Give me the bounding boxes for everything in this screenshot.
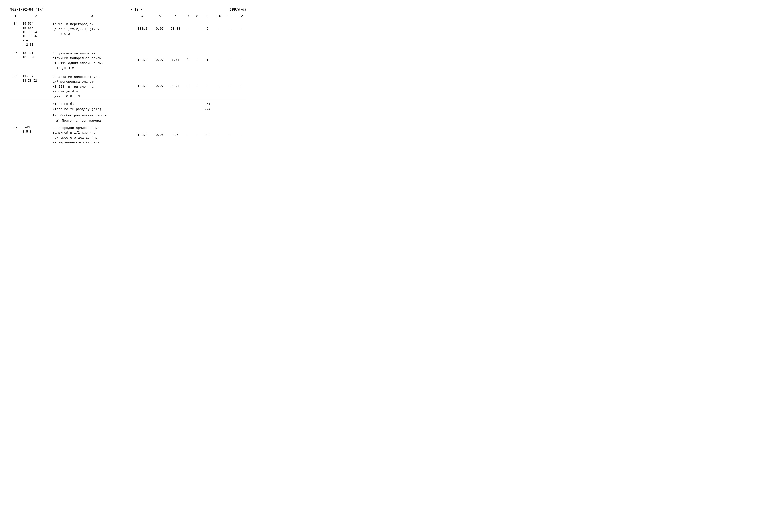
- subtotal-total-col7: [183, 106, 193, 112]
- row-87-col5: 0,06: [152, 123, 167, 146]
- col-header-12: I2: [235, 13, 246, 19]
- page-center: - I9 -: [44, 8, 229, 12]
- column-headers: I 2 3 4 5 6 7 8 9 IO II I2: [10, 13, 246, 19]
- subsection-empty2: [21, 118, 51, 123]
- row-84-col12: -: [235, 19, 246, 48]
- row-86-col5: 0,07: [152, 72, 167, 100]
- subtotal-b-col8: [193, 101, 201, 106]
- table-row: 85 I3-I2I I3.I5-6 Огрунтовка металлокон-…: [10, 48, 246, 72]
- subtotal-total-col10: [214, 106, 225, 112]
- subtotal-b-col12: [235, 101, 246, 106]
- row-85-col8: -: [193, 48, 201, 72]
- col-header-8: 8: [193, 13, 201, 19]
- row-84-col4: I00м2: [133, 19, 152, 48]
- page-id: 902-I-92-84 (IX): [10, 8, 44, 12]
- row-84-col6: 23,38: [167, 19, 183, 48]
- row-84-col10: -: [214, 19, 225, 48]
- subtotal-total-col8: [193, 106, 201, 112]
- row-84-col8: -: [193, 19, 201, 48]
- row-84-col7: -: [183, 19, 193, 48]
- row-84-col11: -: [225, 19, 236, 48]
- row-85-ref: I3-I2I I3.I5-6: [21, 48, 51, 72]
- table-row: 86 I3-I59 I3.I8-I2 Окраска металлоконстр…: [10, 72, 246, 100]
- col-header-4: 4: [133, 13, 152, 19]
- row-86-col6: 32,4: [167, 72, 183, 100]
- section-empty2: [21, 112, 51, 118]
- row-84-num: 84: [10, 19, 21, 48]
- subtotal-b-col6: [167, 101, 183, 106]
- row-86-col7: -: [183, 72, 193, 100]
- row-87-col4: I00м2: [133, 123, 152, 146]
- section-empty1: [10, 112, 21, 118]
- section-empty-cols: [133, 112, 246, 118]
- row-87-desc: Перегородки армированныетолщиной в 1/2 к…: [51, 123, 133, 146]
- col-header-2: 2: [21, 13, 51, 19]
- subtotal-total-empty2: [21, 106, 51, 112]
- row-86-col10: -: [214, 72, 225, 100]
- subtotal-total-empty1: [10, 106, 21, 112]
- main-table: I 2 3 4 5 6 7 8 9 IO II I2 84 I5-564 I5-…: [10, 13, 246, 146]
- subtotal-total-col4: [133, 106, 152, 112]
- subtotal-b-empty2: [21, 101, 51, 106]
- col-header-7: 7: [183, 13, 193, 19]
- row-87-ref: 8-43 8.5-8: [21, 123, 51, 146]
- section-header-ix: IX. Особостроительные работы: [10, 112, 246, 118]
- col-header-3: 3: [51, 13, 133, 19]
- table-row: 87 8-43 8.5-8 Перегородки армированныето…: [10, 123, 246, 146]
- subtotal-total-col9: 274: [201, 106, 214, 112]
- col-header-10: IO: [214, 13, 225, 19]
- row-85-col12: -: [235, 48, 246, 72]
- col-header-11: II: [225, 13, 236, 19]
- col-header-5: 5: [152, 13, 167, 19]
- subtotal-b-label: Итого по б): [51, 101, 133, 106]
- row-84-desc: То же, в перегородкахЦена: 2I,2x(2,7-0,3…: [51, 19, 133, 48]
- col-header-6: 6: [167, 13, 183, 19]
- subtotal-b-empty1: [10, 101, 21, 106]
- subsection-header-a: а) Приточная венткамера: [10, 118, 246, 123]
- row-85-num: 85: [10, 48, 21, 72]
- row-85-col10: -: [214, 48, 225, 72]
- row-84-ref: I5-564 I5-566 I5.I59-4 I5.I59-6 т.ч. п.2…: [21, 19, 51, 48]
- subsection-label: а) Приточная венткамера: [51, 118, 133, 123]
- row-87-col7: -: [183, 123, 193, 146]
- col-header-1: I: [10, 13, 21, 19]
- row-84-col5: 0,07: [152, 19, 167, 48]
- subtotal-total-label: Итого по УШ разделу (а+б): [51, 106, 133, 112]
- page-number-right: 19976-09: [230, 8, 246, 12]
- row-87-col9: 30: [201, 123, 214, 146]
- subtotal-total-col5: [152, 106, 167, 112]
- row-85-desc: Огрунтовка металлокон-струкций монорельс…: [51, 48, 133, 72]
- subtotal-b-col4: [133, 101, 152, 106]
- row-85-col4: I00м2: [133, 48, 152, 72]
- row-87-col11: -: [225, 123, 236, 146]
- col-header-9: 9: [201, 13, 214, 19]
- row-84-col9: 5: [201, 19, 214, 48]
- subtotal-row-total: Итого по УШ разделу (а+б) 274: [10, 106, 246, 112]
- subsection-empty-cols: [133, 118, 246, 123]
- row-86-col11: -: [225, 72, 236, 100]
- row-85-col11: -: [225, 48, 236, 72]
- subtotal-total-col11: [225, 106, 236, 112]
- row-86-desc: Окраска металлоконструк-ций монорельса э…: [51, 72, 133, 100]
- row-86-col12: -: [235, 72, 246, 100]
- row-85-col6: 7,7I: [167, 48, 183, 72]
- row-87-col6: 496: [167, 123, 183, 146]
- row-86-col9: 2: [201, 72, 214, 100]
- subtotal-b-col5: [152, 101, 167, 106]
- subtotal-b-col7: [183, 101, 193, 106]
- row-86-num: 86: [10, 72, 21, 100]
- section-title: IX. Особостроительные работы: [51, 112, 133, 118]
- subtotal-row-b: Итого по б) 25I: [10, 101, 246, 106]
- table-row: 84 I5-564 I5-566 I5.I59-4 I5.I59-6 т.ч. …: [10, 19, 246, 48]
- row-86-col8: -: [193, 72, 201, 100]
- row-85-col7: ´-: [183, 48, 193, 72]
- subtotal-b-col9: 25I: [201, 101, 214, 106]
- subtotal-b-col11: [225, 101, 236, 106]
- row-85-col5: 0,07: [152, 48, 167, 72]
- subtotal-total-col6: [167, 106, 183, 112]
- subtotal-total-col12: [235, 106, 246, 112]
- row-87-col12: -: [235, 123, 246, 146]
- subtotal-b-col10: [214, 101, 225, 106]
- row-87-col8: -: [193, 123, 201, 146]
- subsection-empty1: [10, 118, 21, 123]
